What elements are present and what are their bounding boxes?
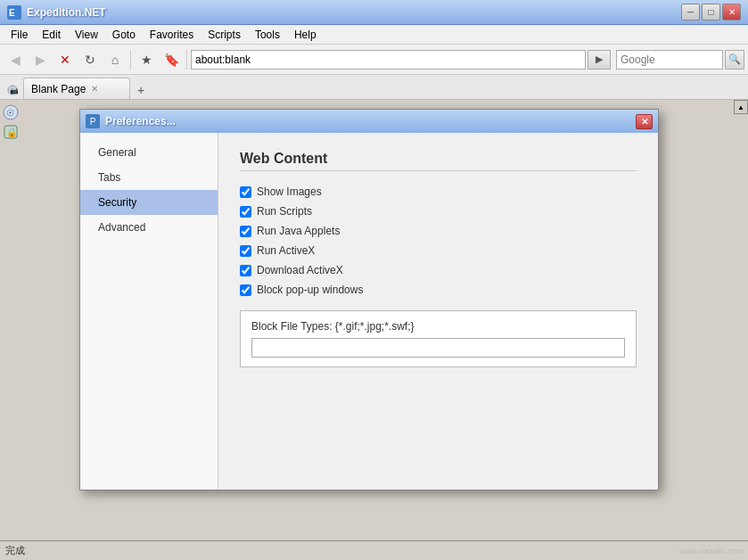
search-bar: 🔍 <box>616 50 744 70</box>
watermark-text: www.xiazaihi.com <box>679 547 743 556</box>
preferences-dialog: P Preferences... ✕ General Tabs Security <box>79 109 659 490</box>
menu-view[interactable]: View <box>68 27 105 43</box>
bookmark-button[interactable]: 🔖 <box>160 48 183 71</box>
favorites-button[interactable]: ★ <box>135 48 158 71</box>
run-activex-checkbox[interactable] <box>240 245 251 257</box>
checkbox-block-popup: Block pop-up windows <box>240 284 637 296</box>
home-button[interactable]: ⌂ <box>103 48 127 71</box>
download-activex-checkbox[interactable] <box>240 265 251 276</box>
svg-text:☉: ☉ <box>6 108 14 118</box>
sidebar-icon-2[interactable]: 🔒 <box>2 123 20 141</box>
checkbox-run-java: Run Java Applets <box>240 225 637 237</box>
dialog-body: General Tabs Security Advanced Web Conte… <box>80 133 658 490</box>
nav-item-advanced[interactable]: Advanced <box>80 215 218 240</box>
main-content: ☉ 🔒 P Preferences... ✕ <box>0 100 748 540</box>
menu-favorites[interactable]: Favorites <box>143 27 201 43</box>
dialog-content-panel: Web Content Show Images Run Scripts Run … <box>218 133 658 490</box>
block-filetypes-input[interactable] <box>251 338 625 358</box>
section-title: Web Content <box>240 151 637 171</box>
toolbar-separator-2 <box>186 50 187 70</box>
svg-text:📷: 📷 <box>10 86 18 95</box>
tab-bar: 📷 Blank Page ✕ + <box>0 75 748 100</box>
tab-scroll-left[interactable]: 📷 <box>4 81 21 99</box>
run-scripts-label[interactable]: Run Scripts <box>257 205 312 218</box>
search-input[interactable] <box>616 50 723 70</box>
sidebar-icons: ☉ 🔒 <box>0 100 21 540</box>
block-filetypes-section: Block File Types: {*.gif;*.jpg;*.swf;} <box>240 310 637 367</box>
refresh-button[interactable]: ↻ <box>78 48 102 71</box>
stop-button[interactable]: ✕ <box>53 48 77 71</box>
tab-blank-page[interactable]: Blank Page ✕ <box>23 78 130 99</box>
run-java-applets-label[interactable]: Run Java Applets <box>257 225 340 237</box>
menu-scripts[interactable]: Scripts <box>201 27 248 43</box>
dialog-close-button[interactable]: ✕ <box>636 114 653 129</box>
status-bar: 完成 www.xiazaihi.com <box>0 540 748 560</box>
menu-bar: File Edit View Goto Favorites Scripts To… <box>0 25 748 45</box>
address-input[interactable] <box>191 50 586 70</box>
toolbar: ◀ ▶ ✕ ↻ ⌂ ★ 🔖 ▶ 🔍 <box>0 45 748 75</box>
address-bar: ▶ <box>191 50 611 70</box>
dialog-nav-panel: General Tabs Security Advanced <box>80 133 218 490</box>
window-controls: ─ □ ✕ <box>681 4 741 21</box>
menu-tools[interactable]: Tools <box>248 27 287 43</box>
dialog-title-bar: P Preferences... ✕ <box>80 110 658 133</box>
block-filetypes-label: Block File Types: {*.gif;*.jpg;*.swf;} <box>251 320 625 333</box>
forward-button[interactable]: ▶ <box>29 48 52 71</box>
tab-close-button[interactable]: ✕ <box>89 83 100 95</box>
maximize-button[interactable]: □ <box>702 4 720 21</box>
svg-text:🔒: 🔒 <box>6 127 18 138</box>
run-java-applets-checkbox[interactable] <box>240 226 251 237</box>
show-images-label[interactable]: Show Images <box>257 185 322 198</box>
app-icon: E <box>7 5 21 20</box>
menu-help[interactable]: Help <box>287 27 324 43</box>
tab-label: Blank Page <box>31 83 86 95</box>
toolbar-separator-1 <box>130 50 131 70</box>
title-bar: E Expedition.NET ─ □ ✕ <box>0 0 748 25</box>
go-button[interactable]: ▶ <box>588 50 611 70</box>
dialog-title: Preferences... <box>105 115 630 128</box>
show-images-checkbox[interactable] <box>240 186 251 198</box>
menu-goto[interactable]: Goto <box>105 27 143 43</box>
block-popup-checkbox[interactable] <box>240 284 251 296</box>
search-button[interactable]: 🔍 <box>725 50 744 70</box>
run-activex-label[interactable]: Run ActiveX <box>257 244 315 257</box>
status-text: 完成 <box>5 544 679 557</box>
back-button[interactable]: ◀ <box>4 48 27 71</box>
checkbox-run-activex: Run ActiveX <box>240 244 637 257</box>
nav-item-general[interactable]: General <box>80 140 218 165</box>
checkbox-show-images: Show Images <box>240 185 637 198</box>
sidebar-icon-1[interactable]: ☉ <box>2 103 20 121</box>
menu-file[interactable]: File <box>4 27 35 43</box>
new-tab-button[interactable]: + <box>132 81 150 99</box>
checkbox-run-scripts: Run Scripts <box>240 205 637 218</box>
nav-item-security[interactable]: Security <box>80 190 218 215</box>
checkbox-download-activex: Download ActiveX <box>240 264 637 276</box>
svg-text:E: E <box>9 8 15 18</box>
right-scrollbar: ▲ <box>734 100 748 540</box>
nav-item-tabs[interactable]: Tabs <box>80 165 218 190</box>
menu-edit[interactable]: Edit <box>35 27 68 43</box>
dialog-icon: P <box>86 114 100 128</box>
browser-area: P Preferences... ✕ General Tabs Security <box>21 100 734 540</box>
run-scripts-checkbox[interactable] <box>240 206 251 218</box>
download-activex-label[interactable]: Download ActiveX <box>257 264 343 276</box>
window-close-button[interactable]: ✕ <box>722 4 741 21</box>
block-popup-label[interactable]: Block pop-up windows <box>257 284 363 296</box>
minimize-button[interactable]: ─ <box>681 4 700 21</box>
window-title: Expedition.NET <box>27 6 676 19</box>
scroll-up-button[interactable]: ▲ <box>734 100 748 114</box>
